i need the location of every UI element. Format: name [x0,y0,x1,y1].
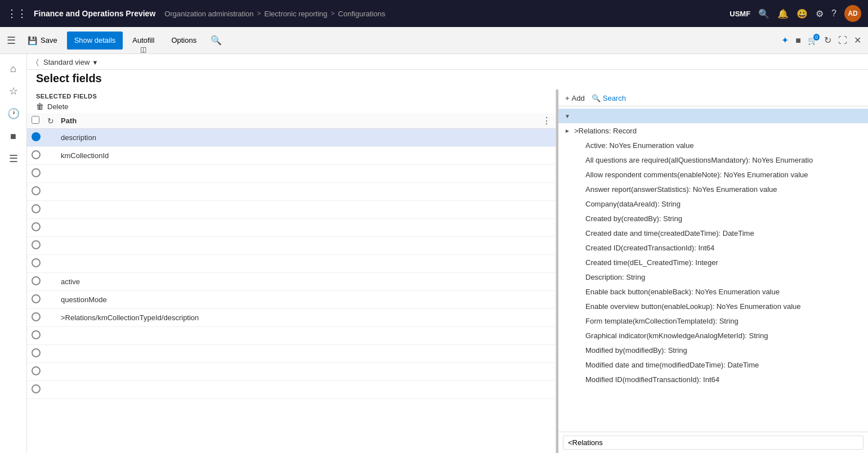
row-check[interactable] [32,186,47,197]
breadcrumb-conf[interactable]: Configurations [338,10,386,18]
row-check[interactable] [32,258,47,269]
delete-button[interactable]: 🗑 Delete [27,102,556,113]
select-all-checkbox[interactable] [32,116,39,124]
table-row[interactable] [27,219,556,237]
radio-btn[interactable] [32,204,41,213]
smiley-icon[interactable]: 😀 [797,8,808,19]
tree-item[interactable]: Answer report(answerStatistics): NoYes E… [558,182,868,196]
table-row[interactable] [27,255,556,273]
sidebar-item-favorites[interactable]: ☆ [3,81,24,101]
table-row[interactable]: active [27,273,556,291]
tree-item[interactable]: Form template(kmCollectionTemplateId): S… [558,313,868,328]
row-check[interactable] [32,330,47,341]
table-row[interactable] [27,363,556,381]
tree-item[interactable]: Modified by(modifiedBy): String [558,343,868,357]
row-check[interactable] [32,204,47,215]
tree-item[interactable]: Enable overview button(enableLookup): No… [558,299,868,313]
toolbar-search-icon[interactable]: 🔍 [211,35,222,46]
bottom-input[interactable] [563,436,863,450]
tree-item[interactable]: Created date and time(createdDateTime): … [558,226,868,240]
row-check[interactable] [32,366,47,377]
table-row[interactable] [27,237,556,255]
table-row[interactable]: questionMode [27,291,556,309]
header-refresh[interactable]: ↻ [47,116,61,125]
bell-icon[interactable]: 🔔 [777,8,789,19]
tree-item[interactable]: Modified ID(modifiedTransactionId): Int6… [558,372,868,387]
sidebar-item-home[interactable]: ⌂ [3,59,24,79]
tree-expander[interactable]: ► [563,126,572,135]
table-row[interactable] [27,327,556,345]
help-icon[interactable]: ? [831,8,836,19]
radio-btn[interactable] [32,132,41,141]
tree-item[interactable]: ► >Relations: Record [558,123,868,138]
radio-btn[interactable] [32,366,41,375]
radio-btn[interactable] [32,294,41,303]
save-button[interactable]: 💾 Save [20,32,65,50]
radio-btn[interactable] [32,258,41,267]
tree-item[interactable]: Description: String [558,270,868,284]
breadcrumb-org[interactable]: Organization administration [164,10,253,18]
expand-icon[interactable]: ⛶ [838,35,847,46]
tree-item[interactable]: Modified date and time(modifiedDateTime)… [558,357,868,372]
search-button[interactable]: 🔍 Search [592,94,626,102]
radio-btn[interactable] [32,348,41,357]
radio-btn[interactable] [32,240,41,249]
magic-icon[interactable]: ✦ [781,35,789,46]
tree-expander[interactable]: ▼ [563,111,572,120]
sidebar-item-workspace[interactable]: ■ [3,126,24,146]
tree-item[interactable]: ▼ [558,109,868,123]
row-check[interactable] [32,384,47,395]
refresh-icon[interactable]: ↻ [824,35,831,46]
radio-btn[interactable] [32,276,41,285]
table-row[interactable] [27,165,556,183]
filter-icon[interactable]: 〈 [36,57,39,67]
autofill-button[interactable]: Autofill ◫ [125,32,162,50]
cart-icon[interactable]: 🛒0 [808,36,817,45]
show-details-button[interactable]: Show details [67,32,123,50]
row-check[interactable] [32,348,47,359]
tree-item[interactable]: Created ID(createdTransactionId): Int64 [558,240,868,255]
radio-btn[interactable] [32,186,41,195]
row-check[interactable] [32,312,47,323]
grid-icon[interactable]: ⋮⋮ [7,7,27,20]
row-check[interactable] [32,132,47,143]
avatar[interactable]: AD [844,5,861,22]
standard-view-dropdown[interactable]: Standard view ▼ [43,58,98,66]
fields-table[interactable]: ↻ Path ⋮ description kmCollectionId [27,113,556,453]
table-row[interactable] [27,201,556,219]
tree-item[interactable]: Allow respondent comments(enableNote): N… [558,167,868,182]
tree-item[interactable]: Active: NoYes Enumeration value [558,138,868,153]
table-row[interactable] [27,345,556,363]
header-more[interactable]: ⋮ [542,115,551,126]
radio-btn[interactable] [32,168,41,177]
add-button[interactable]: + + Add Add [565,94,585,102]
close-icon[interactable]: ✕ [854,35,861,46]
table-row[interactable]: >Relations/kmCollectionTypeId/descriptio… [27,309,556,327]
options-button[interactable]: Options [164,32,204,50]
row-check[interactable] [32,276,47,287]
radio-btn[interactable] [32,330,41,339]
tree-item[interactable]: All questions are required(allQuestionsM… [558,153,868,167]
settings-icon[interactable]: ⚙ [816,8,824,19]
tree-item[interactable]: Company(dataAreaId): String [558,196,868,211]
radio-btn[interactable] [32,222,41,231]
table-row[interactable] [27,381,556,399]
row-check[interactable] [32,222,47,233]
table-row[interactable]: description [27,129,556,147]
tree-item[interactable]: Graphical indicator(kmKnowledgeAnalogMet… [558,328,868,343]
radio-btn[interactable] [32,150,41,159]
row-check[interactable] [32,150,47,161]
row-check[interactable] [32,168,47,179]
columns-icon[interactable]: ■ [795,35,801,46]
radio-btn[interactable] [32,384,41,393]
tree-item[interactable]: Created time(dEL_CreatedTime): Integer [558,255,868,270]
table-row[interactable] [27,183,556,201]
row-check[interactable] [32,294,47,305]
header-check[interactable] [32,116,47,125]
tree-item[interactable]: Created by(createdBy): String [558,211,868,226]
sidebar-toggle-icon[interactable]: ☰ [7,34,16,47]
radio-btn[interactable] [32,312,41,321]
tree-item[interactable]: Enable back button(enableBack): NoYes En… [558,284,868,299]
sidebar-item-menu[interactable]: ☰ [3,149,24,169]
row-check[interactable] [32,240,47,251]
